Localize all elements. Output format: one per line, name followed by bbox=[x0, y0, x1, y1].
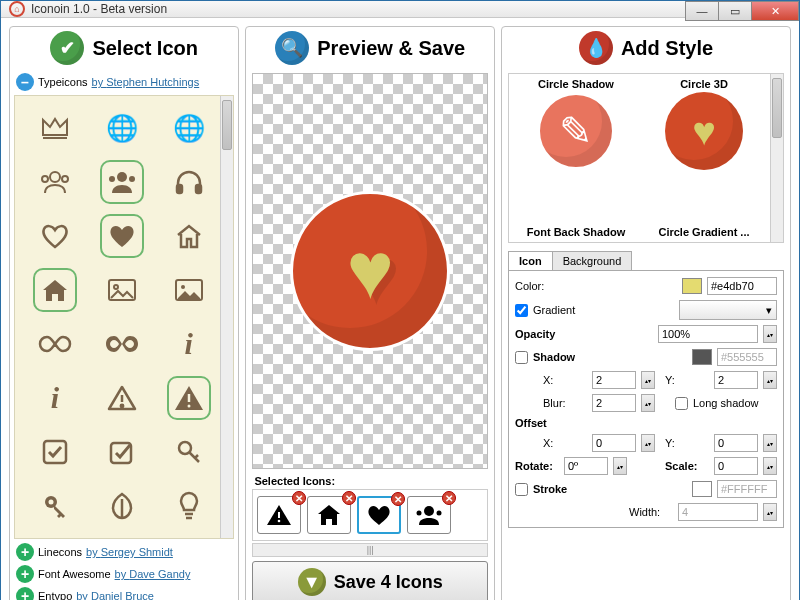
opacity-spinner[interactable]: ▴▾ bbox=[763, 325, 777, 343]
thumbnails-scrollbar[interactable]: ||| bbox=[252, 543, 488, 557]
pack-author-link[interactable]: by Daniel Bruce bbox=[76, 590, 154, 600]
icon-infinity-fill[interactable] bbox=[100, 322, 144, 366]
icon-grid-scrollbar[interactable] bbox=[220, 96, 233, 538]
collapse-icon[interactable]: – bbox=[16, 73, 34, 91]
spinner[interactable]: ▴▾ bbox=[641, 434, 655, 452]
stroke-color-input[interactable] bbox=[717, 480, 777, 498]
style-panel: 💧 Add Style Circle Shadow Circle 3D ✎ ♥ … bbox=[501, 26, 791, 600]
icon-leaf[interactable] bbox=[100, 484, 144, 528]
opacity-row: Opacity ▴▾ bbox=[515, 325, 777, 343]
icon-info-italic[interactable]: i bbox=[167, 322, 211, 366]
icon-key-outline[interactable] bbox=[167, 430, 211, 474]
gradient-dropdown[interactable]: ▾ bbox=[679, 300, 777, 320]
icon-image-fill[interactable] bbox=[167, 268, 211, 312]
thumb-warning[interactable]: ✕ bbox=[257, 496, 301, 534]
close-button[interactable]: ✕ bbox=[751, 1, 799, 21]
icon-warning-outline[interactable] bbox=[100, 376, 144, 420]
svg-point-21 bbox=[49, 500, 54, 505]
spinner[interactable]: ▴▾ bbox=[763, 371, 777, 389]
tab-icon[interactable]: Icon bbox=[508, 251, 553, 270]
stroke-swatch[interactable] bbox=[692, 481, 712, 497]
icon-users-outline[interactable] bbox=[33, 160, 77, 204]
icon-warning-fill[interactable] bbox=[167, 376, 211, 420]
pack-author-link[interactable]: by Stephen Hutchings bbox=[92, 76, 200, 88]
icon-checkbox-outline[interactable] bbox=[100, 430, 144, 474]
icon-key-fill[interactable] bbox=[33, 484, 77, 528]
long-shadow-checkbox[interactable] bbox=[675, 397, 688, 410]
icon-heart-fill[interactable] bbox=[100, 214, 144, 258]
shadow-checkbox[interactable] bbox=[515, 351, 528, 364]
svg-point-3 bbox=[62, 176, 68, 182]
expand-icon[interactable]: + bbox=[16, 587, 34, 600]
color-swatch[interactable] bbox=[682, 278, 702, 294]
icon-info-small[interactable]: i bbox=[33, 376, 77, 420]
icon-heart-outline[interactable] bbox=[33, 214, 77, 258]
icon-infinity-outline[interactable] bbox=[33, 322, 77, 366]
pack-author-link[interactable]: by Dave Gandy bbox=[115, 568, 191, 580]
thumb-users[interactable]: ✕ bbox=[407, 496, 451, 534]
spinner[interactable]: ▴▾ bbox=[613, 457, 627, 475]
offset-x-label: X: bbox=[543, 437, 587, 449]
save-button[interactable]: ▼ Save 4 Icons bbox=[252, 561, 488, 600]
maximize-button[interactable]: ▭ bbox=[718, 1, 752, 21]
scrollbar-thumb[interactable] bbox=[222, 100, 232, 150]
offset-y-input[interactable] bbox=[714, 434, 758, 452]
rotate-input[interactable] bbox=[564, 457, 608, 475]
icon-globe-stand-fill[interactable]: 🌐 bbox=[167, 106, 211, 150]
expand-icon[interactable]: + bbox=[16, 543, 34, 561]
icon-globe-stand[interactable]: 🌐 bbox=[100, 106, 144, 150]
color-input[interactable] bbox=[707, 277, 777, 295]
preview-canvas[interactable]: ♥ bbox=[252, 73, 488, 469]
shadow-y-input[interactable] bbox=[714, 371, 758, 389]
gradient-label: Gradient bbox=[533, 304, 577, 316]
scrollbar-thumb[interactable] bbox=[772, 78, 782, 138]
spinner[interactable]: ▴▾ bbox=[641, 394, 655, 412]
pack-name: Typeicons bbox=[38, 76, 88, 88]
remove-icon[interactable]: ✕ bbox=[391, 492, 405, 506]
blur-input[interactable] bbox=[592, 394, 636, 412]
icon-image-outline[interactable] bbox=[100, 268, 144, 312]
shadow-row: Shadow bbox=[515, 348, 777, 366]
remove-icon[interactable]: ✕ bbox=[342, 491, 356, 505]
gradient-checkbox[interactable] bbox=[515, 304, 528, 317]
scale-input[interactable] bbox=[714, 457, 758, 475]
remove-icon[interactable]: ✕ bbox=[442, 491, 456, 505]
icon-headphones[interactable] bbox=[167, 160, 211, 204]
pack-linecons[interactable]: + Linecons by Sergey Shmidt bbox=[10, 541, 238, 563]
icon-grid: 🌐 🌐 i i bbox=[15, 96, 233, 538]
tab-background[interactable]: Background bbox=[552, 251, 633, 270]
thumb-home[interactable]: ✕ bbox=[307, 496, 351, 534]
shadow-swatch[interactable] bbox=[692, 349, 712, 365]
spinner[interactable]: ▴▾ bbox=[763, 434, 777, 452]
pack-author-link[interactable]: by Sergey Shmidt bbox=[86, 546, 173, 558]
spinner[interactable]: ▴▾ bbox=[763, 503, 777, 521]
blur-row: Blur: ▴▾ Long shadow bbox=[515, 394, 777, 412]
icon-bulb[interactable] bbox=[167, 484, 211, 528]
icon-home-fill[interactable] bbox=[33, 268, 77, 312]
save-button-label: Save 4 Icons bbox=[334, 572, 443, 593]
shadow-x-input[interactable] bbox=[592, 371, 636, 389]
stroke-width-input[interactable] bbox=[678, 503, 758, 521]
style-preset-circle-3d[interactable]: ♥ bbox=[665, 92, 743, 170]
pack-entypo[interactable]: + Entypo by Daniel Bruce bbox=[10, 585, 238, 600]
icon-crown[interactable] bbox=[33, 106, 77, 150]
svg-rect-8 bbox=[196, 185, 201, 193]
minimize-button[interactable]: — bbox=[685, 1, 719, 21]
titlebar[interactable]: ⌂ Iconoin 1.0 - Beta version — ▭ ✕ bbox=[1, 1, 799, 18]
spinner[interactable]: ▴▾ bbox=[763, 457, 777, 475]
style-preset-circle-shadow[interactable]: ✎ bbox=[537, 92, 615, 170]
stroke-checkbox[interactable] bbox=[515, 483, 528, 496]
offset-x-input[interactable] bbox=[592, 434, 636, 452]
icon-users-fill[interactable] bbox=[100, 160, 144, 204]
spinner[interactable]: ▴▾ bbox=[641, 371, 655, 389]
thumb-heart[interactable]: ✕ bbox=[357, 496, 401, 534]
opacity-input[interactable] bbox=[658, 325, 758, 343]
pack-fontawesome[interactable]: + Font Awesome by Dave Gandy bbox=[10, 563, 238, 585]
shadow-color-input[interactable] bbox=[717, 348, 777, 366]
expand-icon[interactable]: + bbox=[16, 565, 34, 583]
icon-checkbox-fill[interactable] bbox=[33, 430, 77, 474]
remove-icon[interactable]: ✕ bbox=[292, 491, 306, 505]
pack-typeicons[interactable]: – Typeicons by Stephen Hutchings bbox=[10, 71, 238, 93]
icon-home-outline[interactable] bbox=[167, 214, 211, 258]
style-scrollbar[interactable] bbox=[770, 74, 783, 242]
